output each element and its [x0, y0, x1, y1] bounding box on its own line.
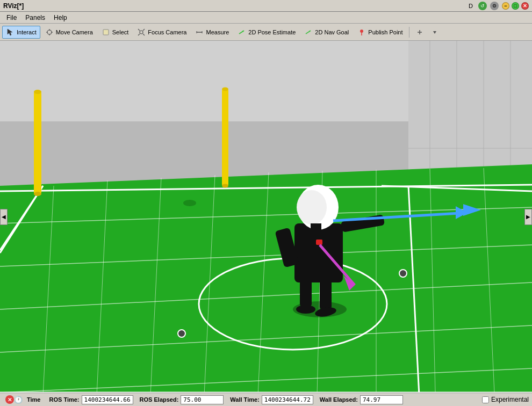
right-arrow-icon: ▶	[526, 214, 530, 220]
toolbar: Interact Move Camera Select	[0, 24, 532, 41]
3d-viewport[interactable]: ◀ ▶	[0, 41, 532, 393]
select-label: Select	[112, 29, 129, 35]
svg-rect-77	[316, 240, 322, 245]
svg-point-69	[296, 305, 315, 314]
wall-elapsed-label: Wall Elapsed:	[320, 396, 358, 403]
focus-camera-label: Focus Camera	[148, 29, 186, 35]
ros-elapsed-label: ROS Elapsed:	[140, 396, 179, 403]
status-bar: ✕ 🕐 Time ROS Time: 1400234644.66 ROS Ela…	[0, 393, 532, 406]
maximize-button[interactable]: □	[512, 2, 519, 10]
svg-line-11	[143, 34, 145, 35]
svg-marker-36	[0, 164, 532, 393]
move-camera-label: Move Camera	[56, 29, 93, 35]
experimental-label: Experimental	[491, 396, 529, 403]
toolbar-nav-goal[interactable]: 2D Nav Goal	[300, 26, 353, 39]
ros-elapsed-value: 75.00	[181, 395, 224, 404]
svg-point-58	[399, 270, 407, 277]
nav-goal-label: 2D Nav Goal	[315, 29, 349, 35]
window-title: RViz[*]	[3, 2, 24, 10]
interact-label: Interact	[17, 29, 37, 35]
chevron-down-icon	[430, 28, 439, 37]
toolbar-move-camera[interactable]: Move Camera	[41, 26, 97, 39]
svg-marker-0	[8, 29, 12, 35]
experimental-checkbox[interactable]	[482, 396, 489, 403]
toolbar-select[interactable]: Select	[98, 26, 133, 39]
toolbar-focus-camera[interactable]: Focus Camera	[133, 26, 190, 39]
menu-bar: File Panels Help	[0, 12, 532, 24]
svg-point-61	[34, 90, 41, 94]
svg-point-62	[34, 192, 41, 196]
time-label: Time	[27, 396, 40, 403]
svg-point-1	[47, 30, 52, 34]
wall-elapsed-value: 74.97	[360, 395, 403, 404]
select-icon	[102, 28, 110, 37]
clock-icon: 🕐	[14, 396, 23, 404]
svg-rect-63	[222, 89, 228, 186]
svg-point-83	[183, 200, 196, 206]
pose-estimate-label: 2D Pose Estimate	[248, 29, 296, 35]
ros-time-label: ROS Time:	[49, 396, 79, 403]
svg-point-7	[140, 31, 143, 34]
status-close-button[interactable]: ✕	[5, 395, 14, 404]
wall-time-label: Wall Time:	[230, 396, 259, 403]
cursor-icon	[6, 28, 15, 37]
publish-point-label: Publish Point	[368, 29, 402, 35]
toolbar-measure[interactable]: Measure	[191, 26, 233, 39]
svg-rect-71	[294, 223, 343, 282]
ros-time-value: 1400234644.66	[82, 395, 133, 404]
menu-help[interactable]: Help	[49, 13, 71, 23]
publish-point-icon	[357, 28, 366, 37]
wall-time-value: 1400234644.72	[262, 395, 313, 404]
svg-point-59	[178, 330, 185, 337]
measure-icon	[195, 28, 204, 37]
toolbar-dropdown[interactable]	[429, 26, 441, 39]
toolbar-interact[interactable]: Interact	[2, 26, 40, 39]
nav-goal-icon	[304, 28, 313, 37]
close-button[interactable]: ✕	[521, 2, 529, 10]
toolbar-separator	[409, 27, 409, 38]
minimize-button[interactable]: −	[502, 2, 509, 10]
svg-rect-6	[103, 30, 109, 35]
right-panel-toggle[interactable]: ▶	[524, 209, 532, 225]
svg-point-65	[222, 184, 228, 188]
move-camera-icon	[45, 28, 54, 37]
svg-point-19	[360, 30, 363, 33]
toolbar-add[interactable]	[412, 26, 428, 39]
svg-point-64	[222, 88, 228, 91]
titlebar-right: D ↺ ⚙ − □ ✕	[466, 2, 529, 10]
scene-svg	[0, 41, 532, 393]
d-icon: D	[466, 2, 475, 10]
measure-label: Measure	[206, 29, 229, 35]
left-panel-toggle[interactable]: ◀	[0, 209, 8, 225]
svg-line-9	[143, 29, 145, 31]
svg-rect-76	[311, 223, 321, 231]
left-arrow-icon: ◀	[2, 214, 6, 220]
focus-camera-icon	[137, 28, 146, 37]
pose-estimate-icon	[238, 28, 246, 37]
plus-icon	[415, 28, 424, 37]
svg-line-10	[138, 34, 140, 35]
menu-file[interactable]: File	[2, 13, 21, 23]
svg-rect-60	[34, 92, 41, 194]
svg-line-8	[138, 29, 140, 31]
toolbar-publish-point[interactable]: Publish Point	[354, 26, 406, 39]
window-controls: − □ ✕	[502, 2, 529, 10]
title-bar: RViz[*] D ↺ ⚙ − □ ✕	[0, 0, 532, 12]
menu-panels[interactable]: Panels	[21, 13, 49, 23]
svg-rect-68	[320, 280, 332, 309]
svg-marker-23	[433, 31, 436, 34]
toolbar-pose-estimate[interactable]: 2D Pose Estimate	[234, 26, 299, 39]
svg-point-75	[297, 190, 327, 224]
refresh-icon[interactable]: ↺	[478, 2, 487, 10]
experimental-section: Experimental	[482, 396, 529, 403]
settings-icon[interactable]: ⚙	[490, 2, 499, 10]
